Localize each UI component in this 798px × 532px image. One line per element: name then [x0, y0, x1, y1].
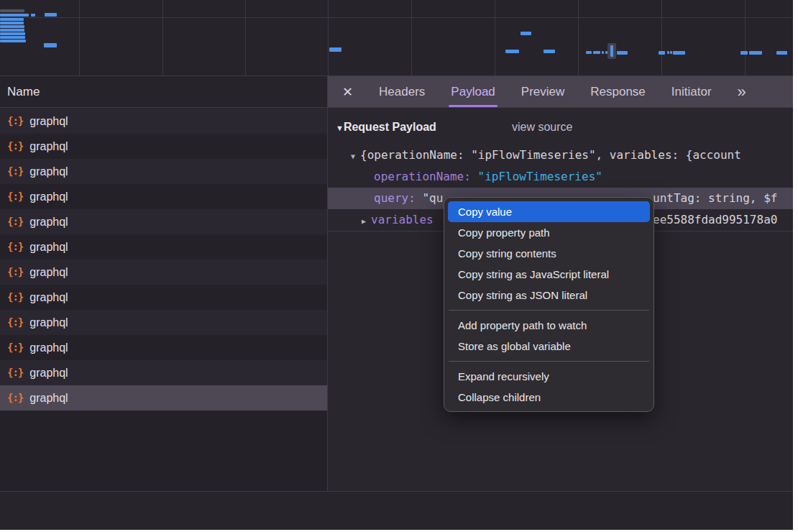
request-row[interactable]: {:}graphql [0, 285, 327, 310]
status-footer [0, 492, 793, 530]
waterfall-bar [610, 45, 613, 57]
request-name: graphql [29, 209, 68, 234]
request-payload-section-header[interactable]: ▼Request Payload [336, 117, 436, 137]
timeline-gridline [578, 0, 579, 75]
request-name: graphql [29, 260, 68, 285]
menu-item-store-as-global-variable[interactable]: Store as global variable [444, 336, 653, 357]
waterfall-bar [0, 22, 24, 24]
menu-item-copy-string-as-javascript-literal[interactable]: Copy string as JavaScript literal [444, 264, 653, 285]
request-name: graphql [29, 109, 68, 134]
request-row[interactable]: {:}graphql [0, 360, 327, 385]
timeline-gridline [162, 0, 163, 75]
waterfall-bar [673, 51, 685, 55]
fetch-json-icon: {:} [7, 285, 23, 310]
request-name: graphql [29, 159, 68, 184]
expand-triangle-icon[interactable]: ▼ [351, 152, 355, 160]
timeline-gridline [411, 0, 412, 75]
timeline-gridline [79, 0, 80, 75]
fetch-json-icon: {:} [7, 260, 23, 285]
fetch-json-icon: {:} [7, 109, 23, 134]
menu-item-copy-property-path[interactable]: Copy property path [444, 222, 653, 243]
fetch-json-icon: {:} [7, 335, 23, 360]
column-header-label: Name [7, 85, 40, 98]
request-row[interactable]: {:}graphql [0, 385, 327, 411]
menu-item-collapse-children[interactable]: Collapse children [444, 387, 653, 408]
tab-preview[interactable]: Preview [521, 76, 564, 108]
payload-root-row[interactable]: ▼{operationName: "ipFlowTimeseries", var… [351, 145, 741, 166]
menu-item-copy-string-contents[interactable]: Copy string contents [444, 243, 653, 264]
fetch-json-icon: {:} [7, 360, 23, 385]
request-row[interactable]: {:}graphql [0, 335, 327, 360]
waterfall-bar [0, 40, 26, 42]
json-key: query: [374, 191, 416, 205]
request-row[interactable]: {:}graphql [0, 134, 327, 159]
request-row[interactable]: {:}graphql [0, 109, 327, 134]
timeline-gridline [0, 17, 793, 18]
request-name: graphql [29, 385, 68, 411]
waterfall-bar [0, 14, 29, 17]
request-row[interactable]: {:}graphql [0, 159, 327, 184]
payload-variables-row-right-fragment: ee5588fdad995178a0 [653, 209, 777, 231]
waterfall-bar [544, 50, 555, 53]
menu-item-add-property-path-to-watch[interactable]: Add property path to watch [444, 315, 653, 336]
screenshot-margin [793, 0, 798, 532]
collapse-triangle-icon[interactable]: ▶ [362, 217, 366, 225]
network-overview-timeline[interactable] [0, 0, 793, 76]
waterfall-bar [0, 18, 24, 21]
waterfall-bar [740, 51, 748, 55]
request-name: graphql [29, 335, 68, 360]
request-list: {:}graphql{:}graphql{:}graphql{:}graphql… [0, 109, 327, 411]
timeline-gridline [745, 0, 746, 75]
close-icon[interactable]: ✕ [342, 84, 353, 100]
request-name: graphql [29, 310, 68, 335]
tab-initiator[interactable]: Initiator [671, 76, 712, 108]
menu-item-expand-recursively[interactable]: Expand recursively [444, 366, 653, 387]
fetch-json-icon: {:} [7, 134, 23, 159]
waterfall-bar [776, 51, 787, 55]
json-string-value-left: "qu [422, 191, 443, 205]
waterfall-bar [617, 51, 628, 55]
request-name: graphql [29, 134, 68, 159]
waterfall-bar [0, 32, 25, 35]
view-source-link[interactable]: view source [512, 117, 572, 137]
waterfall-bar [749, 51, 762, 55]
waterfall-bar [0, 36, 25, 39]
devtools-network-panel: Name {:}graphql{:}graphql{:}graphql{:}gr… [0, 0, 793, 530]
menu-item-copy-value[interactable]: Copy value [448, 201, 650, 222]
request-row[interactable]: {:}graphql [0, 310, 327, 335]
payload-query-row[interactable]: query: "qu [374, 188, 443, 209]
tab-headers[interactable]: Headers [379, 76, 425, 108]
timeline-gridline [661, 0, 662, 75]
waterfall-bar [31, 14, 35, 17]
waterfall-bar [0, 9, 24, 12]
tab-payload[interactable]: Payload [451, 76, 495, 108]
request-row[interactable]: {:}graphql [0, 184, 327, 209]
fetch-json-icon: {:} [7, 209, 23, 234]
timeline-gridline [495, 0, 495, 75]
waterfall-bar [0, 29, 24, 32]
json-string-value: "ipFlowTimeseries" [478, 170, 602, 183]
section-expand-triangle-icon[interactable]: ▼ [336, 124, 344, 132]
detail-tab-bar: ✕ HeadersPayloadPreviewResponseInitiator… [328, 76, 793, 108]
tab-response[interactable]: Response [590, 76, 646, 108]
more-tabs-icon[interactable]: » [738, 76, 746, 108]
timeline-gridline [328, 0, 329, 75]
column-header-name[interactable]: Name [0, 76, 327, 108]
waterfall-bar [505, 50, 519, 53]
payload-operation-name-row[interactable]: operationName: "ipFlowTimeseries" [374, 166, 602, 188]
waterfall-bar [44, 43, 57, 47]
fetch-json-icon: {:} [7, 234, 23, 260]
waterfall-bar [329, 47, 341, 52]
request-name: graphql [29, 285, 68, 310]
menu-item-copy-string-as-json-literal[interactable]: Copy string as JSON literal [444, 285, 653, 306]
request-row[interactable]: {:}graphql [0, 260, 327, 285]
waterfall-bar [659, 51, 665, 55]
timeline-gridline [245, 0, 246, 75]
waterfall-bar [602, 51, 604, 54]
request-row[interactable]: {:}graphql [0, 234, 327, 260]
menu-separator [449, 310, 649, 311]
fetch-json-icon: {:} [7, 159, 23, 184]
request-row[interactable]: {:}graphql [0, 209, 327, 234]
payload-variables-row[interactable]: ▶variables [362, 209, 434, 231]
waterfall-bar [593, 51, 600, 54]
